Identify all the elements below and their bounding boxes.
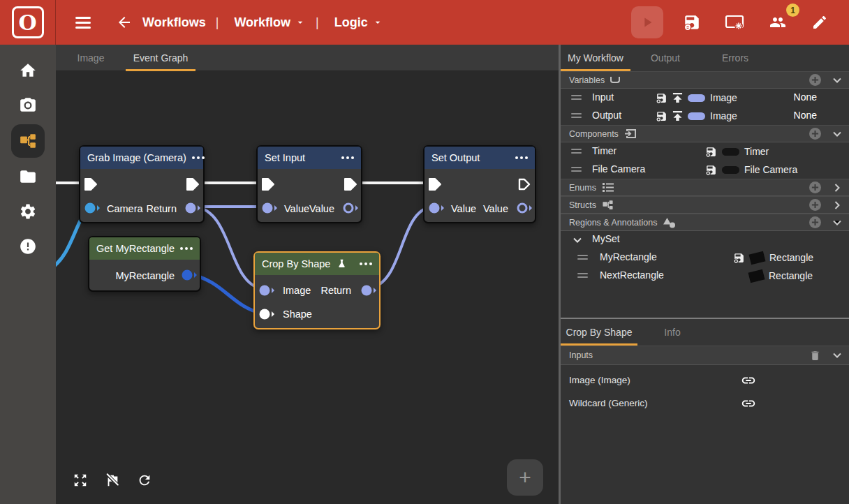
rail-files-button[interactable] [10,161,46,193]
app-logo[interactable]: O [0,0,56,45]
component-row-file-camera[interactable]: File Camera File Camera [561,161,849,179]
back-button[interactable] [112,10,137,35]
tab-selected-node[interactable]: Crop By Shape [561,319,637,346]
rail-settings-button[interactable] [10,195,46,228]
rail-camera-button[interactable] [10,89,46,121]
node-header[interactable]: Get MyRectangle [89,237,200,260]
refresh-button[interactable] [135,471,154,491]
collapse-components-button[interactable] [831,128,843,140]
region-set-row[interactable]: MySet [561,231,849,249]
workflow-dropdown[interactable]: Workflow [234,15,306,30]
component-row-timer[interactable]: Timer Timer [561,142,849,161]
node-menu-icon[interactable] [360,260,372,268]
node-menu-icon[interactable] [180,244,193,253]
components-section-header[interactable]: Components [561,125,849,142]
tab-info[interactable]: Info [637,319,707,346]
display-settings-button[interactable] [721,10,748,35]
exec-in-pin[interactable] [261,177,275,191]
collapse-set-button[interactable] [573,235,582,245]
exec-out-pin[interactable] [186,177,200,191]
chevron-down-icon [832,350,842,360]
exec-out-pin[interactable] [517,177,531,191]
collapse-inputs-button[interactable] [831,349,843,362]
return-output-pin[interactable] [360,284,377,297]
input-row-wildcard[interactable]: Wildcard (Generic) [561,392,849,415]
drag-handle[interactable] [571,95,582,100]
node-set-input[interactable]: Set Input Value Value [256,145,362,223]
add-component-button[interactable] [809,128,821,140]
region-row-myrectangle[interactable]: MyRectangle Rectangle [561,249,849,267]
variables-section-header[interactable]: Variables [561,71,849,89]
rail-home-button[interactable] [10,54,46,87]
node-grab-image-camera[interactable]: Grab Image (Camera) Camera Return [79,145,205,223]
node-header[interactable]: Set Input [258,147,361,169]
exec-out-pin[interactable] [344,177,357,191]
tab-image[interactable]: Image [56,45,126,71]
event-graph-canvas[interactable]: Image Event Graph Grab Image (Camera) Ca… [56,45,559,504]
input-row-image[interactable]: Image (Image) [561,369,849,392]
add-node-button[interactable]: + [507,459,543,496]
fit-view-button[interactable] [71,471,89,491]
variable-row-input[interactable]: Input Image None [561,89,849,107]
add-struct-button[interactable] [809,199,821,211]
camera-input-pin[interactable] [84,202,101,214]
exec-in-pin[interactable] [428,177,442,191]
tab-errors[interactable]: Errors [700,45,770,71]
value-output-pin[interactable] [516,202,533,214]
node-menu-icon[interactable] [341,154,354,162]
drag-handle[interactable] [571,167,582,172]
tab-my-workflow[interactable]: My Workflow [561,45,630,71]
delete-node-button[interactable] [809,350,821,362]
logic-dropdown[interactable]: Logic [334,15,383,30]
node-menu-icon[interactable] [515,154,528,162]
rail-workflows-button[interactable] [11,124,45,158]
value-output-pin[interactable] [342,202,359,214]
node-header[interactable]: Set Output [424,147,535,169]
breadcrumb-separator: | [316,15,319,30]
add-region-button[interactable] [809,216,821,228]
image-input-pin[interactable] [258,284,275,297]
save-workflow-button[interactable] [679,9,705,36]
pin-label: Return [146,202,177,216]
drag-handle[interactable] [577,255,588,260]
node-get-myrectangle[interactable]: Get MyRectangle MyRectangle [88,236,201,292]
collapse-variables-button[interactable] [831,74,843,87]
add-variable-button[interactable] [809,74,821,86]
drag-handle[interactable] [571,113,582,118]
drag-handle[interactable] [577,273,588,278]
rail-alerts-button[interactable] [10,230,46,262]
node-set-output[interactable]: Set Output Value Value [423,145,536,223]
inputs-section-header[interactable]: Inputs [561,346,849,365]
run-workflow-button[interactable] [631,6,663,38]
link-input-button[interactable] [741,396,756,413]
structs-section-header[interactable]: Structs [561,196,849,214]
myrectangle-output-pin[interactable] [181,269,198,281]
hamburger-menu-button[interactable] [71,13,95,33]
enums-section-header[interactable]: Enums [561,179,849,196]
node-header[interactable]: Crop By Shape [255,253,379,275]
value-input-pin[interactable] [261,202,278,214]
region-row-nextrectangle[interactable]: NextRectangle Rectangle [561,267,849,285]
link-input-button[interactable] [741,373,756,390]
expand-enums-button[interactable] [831,181,843,194]
chevron-right-icon [832,183,842,193]
expand-structs-button[interactable] [831,199,843,212]
node-menu-icon[interactable] [192,154,205,162]
pin-label: MyRectangle [115,269,175,283]
node-header[interactable]: Grab Image (Camera) [80,147,203,169]
collapse-regions-button[interactable] [831,216,843,229]
exec-in-pin[interactable] [84,177,98,191]
flag-off-button[interactable] [103,471,121,491]
value-input-pin[interactable] [428,202,445,214]
edit-button[interactable] [807,10,832,35]
drag-handle[interactable] [571,149,582,154]
node-crop-by-shape[interactable]: Crop By Shape Image Return Shape [253,251,381,329]
shape-input-pin[interactable] [258,308,275,320]
tab-event-graph[interactable]: Event Graph [126,45,195,71]
tab-output[interactable]: Output [630,45,700,71]
add-enum-button[interactable] [809,181,821,193]
variable-row-output[interactable]: Output Image None [561,107,849,125]
return-output-pin[interactable] [184,202,201,214]
breadcrumb-workflows[interactable]: Workflows [142,15,206,30]
regions-section-header[interactable]: Regions & Annotations [561,214,849,231]
